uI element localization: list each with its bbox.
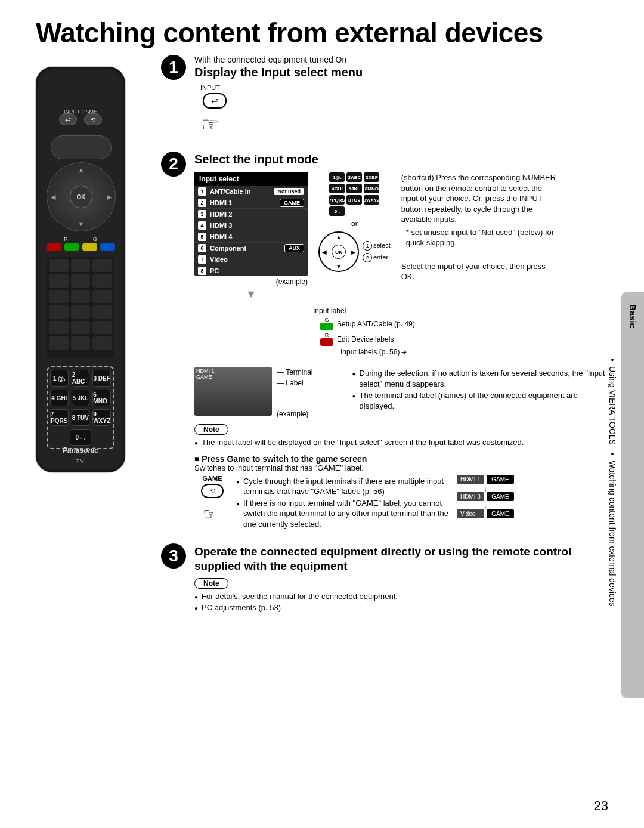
note-pill-2: Note — [194, 578, 228, 589]
remote-color-row — [36, 243, 125, 251]
step-1-title: Display the Input select menu — [194, 66, 608, 79]
shortcut-text: (shortcut) Press the corresponding NUMBE… — [401, 172, 556, 225]
remote-dpad: ▲▼◀▶ OK — [47, 162, 116, 231]
side-sub: Using VIERA TOOLS Watching content from … — [606, 357, 619, 606]
step-2-title: Select the input mode — [194, 153, 608, 166]
step-1-badge: 1 — [161, 55, 186, 80]
game-button-graphic: ⟲ — [201, 484, 224, 498]
input-label: INPUT — [200, 84, 608, 91]
note-pill-1: Note — [194, 424, 228, 435]
hand-icon: ☞ — [196, 110, 224, 138]
example-label-2: (example) — [277, 409, 312, 419]
step3-bullet2: PC adjustments (p. 53) — [202, 603, 281, 613]
step-3-badge: 3 — [161, 543, 186, 569]
red-button-icon — [320, 338, 333, 346]
game-bullet-2: If there is no input terminal with "GAME… — [243, 498, 451, 530]
red-text: Edit Device labels — [337, 335, 394, 344]
input-button-icon: ⮐ — [59, 113, 77, 125]
game-intro: Switches to input terminal that has "GAM… — [194, 464, 608, 472]
input-button-graphic: ⮐ — [203, 93, 227, 109]
remote-ok-button: OK — [70, 186, 92, 208]
bullet-b: The terminal and label (names) of the co… — [360, 390, 608, 411]
step-3-title: Operate the connected equipment directly… — [194, 545, 608, 573]
or-label: or — [351, 220, 358, 228]
bullet-a: During the selection, if no action is ta… — [360, 368, 608, 389]
red-sub-text: Input labels (p. 56) — [340, 348, 407, 356]
hand-icon-2: ☞ — [196, 500, 224, 529]
green-button-icon — [320, 323, 333, 330]
game-cycle-diagram: HDMI 1GAME ↓ HDMI 3GAME ↓ VideoGAME — [457, 475, 514, 520]
remote-brand: Panasonic — [36, 446, 125, 455]
game-heading: Press Game to switch to the game screen — [194, 454, 608, 464]
r-label: R — [64, 236, 68, 242]
mini-keypad: 1@.2ABC3DEF 4GHI5JKL6MNO 7PQRS8TUV9WXYZ … — [329, 172, 379, 216]
tv-preview: HDMI 1GAME — [194, 367, 272, 416]
game-button-icon: ⟲ — [84, 113, 102, 125]
step-2-badge: 2 — [161, 152, 186, 177]
side-tab: Basic — [621, 292, 644, 698]
remote-tv-label: TV — [36, 458, 125, 464]
page-title: Watching content from external devices — [36, 17, 608, 49]
label-label: Label — [286, 379, 303, 387]
mini-ok: OK — [332, 245, 346, 259]
step-1-intro: With the connected equipment turned On — [194, 55, 608, 64]
input-select-menu: Input select 1ANT/Cable InNot used 2HDMI… — [194, 172, 308, 276]
step-1: 1 With the connected equipment turned On… — [161, 55, 608, 138]
terminal-label: Terminal — [286, 368, 312, 376]
remote-middle-area — [47, 257, 114, 358]
note-text-1: The input label will be displayed on the… — [202, 437, 524, 448]
step-3: 3 Operate the connected equipment direct… — [161, 543, 608, 614]
footnote-text: * set unused input to "Not used" (below)… — [401, 227, 556, 248]
step-2: 2 Select the input mode Input select 1AN… — [161, 152, 608, 530]
remote-illustration: INPUT GAME ⮐ ⟲ ▲▼◀▶ OK R G — [36, 67, 143, 472]
step3-bullet1: For details, see the manual for the conn… — [202, 591, 398, 602]
game-bullet-1: Cycle through the input terminals if the… — [243, 476, 451, 497]
down-arrow-icon: ▼ — [194, 288, 308, 301]
g-label: G — [93, 236, 97, 242]
green-text: Setup ANT/Cable (p. 49) — [337, 320, 415, 328]
remote-rocker — [51, 135, 112, 159]
select-ok-text: Select the input of your choice, then pr… — [401, 261, 556, 282]
mini-dpad: ▲▼◀▶ OK — [318, 231, 359, 272]
game-btn-label: GAME — [194, 475, 230, 482]
page-number: 23 — [594, 798, 608, 814]
input-label-header: Input label — [309, 307, 603, 315]
remote-numpad: 1 @. 2 ABC 3 DEF 4 GHI 5 JKL 6 MNO 7 PQR… — [47, 366, 114, 449]
menu-title: Input select — [194, 172, 308, 186]
example-label-1: (example) — [194, 277, 308, 286]
